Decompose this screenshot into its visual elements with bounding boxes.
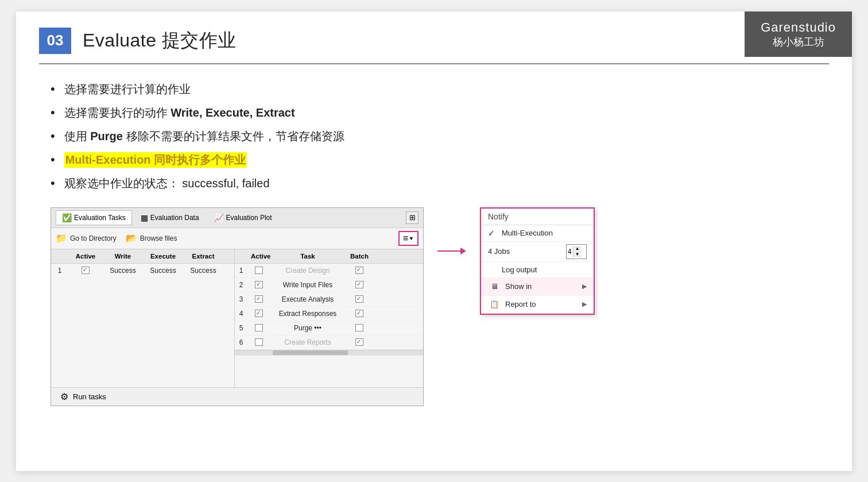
bullet-item-2: 选择需要执行的动作 Write, Execute, Extract	[51, 105, 817, 121]
cb-checked	[255, 295, 263, 303]
bullet-text-2: 选择需要执行的动作 Write, Execute, Extract	[64, 105, 295, 121]
left-table: Active Write Execute Extract 1 Success S…	[51, 249, 235, 387]
cb-unchecked	[255, 338, 263, 346]
tab-evaluation-plot[interactable]: 📈 Evaluation Plot	[208, 210, 278, 225]
rcol-task: Task	[270, 252, 345, 261]
monitor-icon: 🖥	[488, 282, 501, 292]
cb-unchecked	[355, 324, 363, 331]
slide-title: Evaluate 提交作业	[83, 28, 237, 53]
goto-directory-button[interactable]: 📁 Go to Directory	[56, 233, 117, 244]
rrow6-active[interactable]	[247, 337, 270, 348]
checkmark-icon: ✓	[488, 229, 497, 238]
row1-active-cb[interactable]	[68, 265, 103, 276]
bullet-item-1: 选择需要进行计算的作业	[51, 82, 817, 97]
bold-actions: Write, Execute, Extract	[170, 106, 294, 119]
rrow2-task: Write Input Files	[270, 280, 345, 290]
menu-header: Notify	[481, 209, 594, 225]
jobs-label: 4 Jobs	[488, 247, 561, 256]
jobs-spinner[interactable]: 4 ▲ ▼	[566, 244, 587, 259]
brand-en: Garenstudio	[761, 20, 836, 36]
rrow1-active[interactable]	[247, 265, 270, 276]
spinner-buttons[interactable]: ▲ ▼	[573, 246, 582, 257]
rrow5-active[interactable]	[247, 323, 270, 333]
cb-checked	[355, 295, 363, 303]
col-num	[51, 252, 68, 261]
jobs-value: 4	[568, 248, 572, 256]
data-icon: ▦	[141, 213, 148, 222]
spinner-down[interactable]: ▼	[574, 252, 582, 257]
bullet-list: 选择需要进行计算的作业 选择需要执行的动作 Write, Execute, Ex…	[51, 82, 817, 191]
log-output-label: Log output	[502, 265, 587, 274]
cb-checked	[255, 310, 263, 317]
row1-extract: Success	[183, 265, 223, 276]
browse-files-button[interactable]: 📂 Browse files	[126, 233, 177, 244]
bullet-text-1: 选择需要进行计算的作业	[64, 82, 191, 97]
right-row-1: 1 Create Design	[235, 264, 423, 278]
rrow1-batch[interactable]	[345, 265, 374, 276]
slide-header: 03 Evaluate 提交作业 Garenstudio 杨小杨工坊	[16, 11, 852, 63]
menu-item-report-to[interactable]: 📋 Report to ▶	[481, 296, 594, 314]
menu-item-log-output[interactable]: Log output	[481, 262, 594, 278]
rrow4-active[interactable]	[247, 309, 270, 319]
rrow3-batch[interactable]	[345, 294, 374, 304]
eval-window: ✅ Evaluation Tasks ▦ Evaluation Data 📈 E…	[51, 207, 424, 406]
report-icon: 📋	[488, 299, 501, 310]
tasks-icon: ✅	[62, 213, 72, 222]
left-table-row-1: 1 Success Success Success	[51, 264, 234, 278]
right-row-5: 5 Purge •••	[235, 321, 423, 336]
cb-checked	[255, 281, 263, 288]
report-to-label: Report to	[505, 300, 578, 309]
row1-execute: Success	[143, 265, 183, 276]
rrow2-active[interactable]	[247, 280, 270, 290]
bullet-item-5: 观察选中作业的状态： successful, failed	[51, 176, 817, 191]
rrow4-num: 4	[235, 309, 247, 319]
show-in-label: Show in	[505, 282, 578, 291]
rrow2-batch[interactable]	[345, 280, 374, 290]
col-active: Active	[68, 252, 103, 261]
spinner-up[interactable]: ▲	[574, 246, 582, 252]
grid-icon[interactable]: ⊞	[406, 211, 418, 224]
bullet-item-4: Multi-Execution 同时执行多个作业	[51, 152, 817, 168]
dropdown-icon: ▼	[409, 236, 414, 241]
rrow2-num: 2	[235, 280, 247, 290]
menu-item-multi-execution[interactable]: ✓ Multi-Execution	[481, 225, 594, 242]
show-in-arrow: ▶	[582, 283, 587, 290]
goto-directory-label: Go to Directory	[70, 234, 117, 242]
rrow6-batch[interactable]	[345, 337, 374, 348]
col-extract: Extract	[183, 252, 223, 261]
right-row-4: 4 Extract Responses	[235, 307, 423, 321]
bold-purge: Purge	[90, 130, 123, 142]
right-table: Active Task Batch 1 Create Design	[235, 249, 423, 387]
folder-goto-icon: 📁	[56, 233, 67, 244]
rrow1-num: 1	[235, 265, 247, 276]
brand-cn: 杨小杨工坊	[761, 36, 836, 49]
bullet-text-3: 使用 Purge 移除不需要的计算结果文件，节省存储资源	[64, 129, 344, 144]
horizontal-scrollbar[interactable]	[235, 350, 423, 356]
brand-box: Garenstudio 杨小杨工坊	[745, 11, 852, 57]
right-row-3: 3 Execute Analysis	[235, 292, 423, 307]
rrow5-num: 5	[235, 323, 247, 333]
cb-checked	[355, 267, 363, 274]
tab-evaluation-data[interactable]: ▦ Evaluation Data	[134, 210, 206, 225]
rrow5-batch[interactable]	[345, 323, 374, 333]
jobs-row: 4 Jobs 4 ▲ ▼	[481, 242, 594, 262]
rrow4-batch[interactable]	[345, 309, 374, 319]
multi-execution-button[interactable]: ≡ ▼	[398, 231, 418, 246]
tab-evaluation-tasks[interactable]: ✅ Evaluation Tasks	[56, 210, 132, 225]
rrow3-active[interactable]	[247, 294, 270, 304]
right-row-2: 2 Write Input Files	[235, 278, 423, 292]
eval-actions-bar: 📁 Go to Directory 📂 Browse files ≡ ▼	[51, 228, 423, 249]
context-menu: Notify ✓ Multi-Execution 4 Jobs 4 ▲ ▼	[480, 207, 595, 315]
col-write: Write	[103, 252, 143, 261]
multi-execution-label: Multi-Execution	[502, 229, 587, 237]
rrow4-task: Extract Responses	[270, 309, 345, 319]
highlight-bullet-text: Multi-Execution 同时执行多个作业	[64, 152, 247, 168]
rrow5-task: Purge •••	[270, 323, 345, 333]
cb-checked	[355, 310, 363, 317]
scrollbar-thumb[interactable]	[273, 350, 348, 355]
rrow3-task: Execute Analysis	[270, 294, 345, 304]
run-tasks-label: Run tasks	[73, 392, 106, 401]
gear-icon: ⚙	[60, 391, 68, 402]
slide: 03 Evaluate 提交作业 Garenstudio 杨小杨工坊 选择需要进…	[16, 11, 852, 471]
menu-item-show-in[interactable]: 🖥 Show in ▶	[481, 278, 594, 296]
